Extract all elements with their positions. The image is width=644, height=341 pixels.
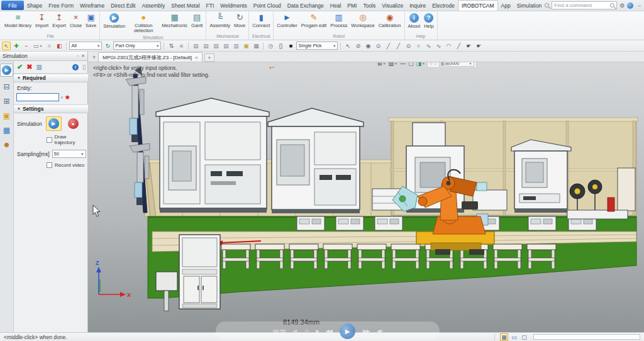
tab-pin-icon[interactable]: + — [90, 54, 98, 62]
window-select-icon[interactable]: ▭▼ — [32, 42, 43, 50]
gear-icon[interactable]: ⚙ — [619, 3, 625, 9]
document-tab[interactable]: MPGI-2301完成2程序修改.Z3 - [Default] × — [98, 52, 203, 62]
player-stop-icon[interactable]: ■ — [316, 328, 318, 334]
menu-tab-shape[interactable]: Shape — [24, 0, 46, 11]
menu-tab-pmi[interactable]: PMI — [344, 0, 360, 11]
simulation-play-button[interactable]: ▶Simulation — [101, 12, 127, 30]
filter-line-2-icon[interactable]: ╱ — [394, 42, 402, 50]
menu-tab-heal[interactable]: Heal — [327, 0, 344, 11]
menu-tab-weldments[interactable]: Weldments — [217, 0, 250, 11]
view-state-2-icon[interactable]: ▤ — [201, 42, 210, 50]
color-filter-icon[interactable]: ◧ — [55, 42, 64, 50]
cnc-machine-1[interactable] — [156, 98, 269, 213]
move-button[interactable]: ↻Move — [232, 12, 247, 29]
menu-tab-app[interactable]: App — [498, 0, 514, 11]
expand-chevron-icon[interactable]: » — [59, 96, 65, 98]
add-entity-icon[interactable]: ✚ — [12, 42, 21, 50]
filter-ring-icon[interactable]: ○ — [414, 42, 423, 50]
apply-button[interactable]: ▥ — [36, 64, 42, 70]
window-mode-icon[interactable]: ▢ — [520, 333, 528, 341]
save-button[interactable]: ▣Save — [84, 12, 98, 29]
player-volume-icon[interactable]: ◀)) — [377, 328, 382, 334]
last-pick-icon[interactable]: ↖ — [343, 42, 352, 50]
new-tab-button[interactable]: + — [204, 53, 214, 62]
filter-circle-icon[interactable]: ⊙ — [404, 42, 413, 50]
viewport[interactable]: Z X 8149.34mm + MPGI-2301完成2程序修改.Z3 - [D… — [88, 52, 644, 332]
workspace-button[interactable]: ◎Workspace — [349, 12, 376, 29]
gantt-button[interactable]: ▤Gantt — [189, 12, 204, 29]
menu-tab-irobotcam[interactable]: IROBOTCAM — [458, 0, 497, 11]
about-button[interactable]: iAbout — [406, 12, 423, 30]
player-rewind-icon[interactable]: ◀◀ — [326, 328, 332, 334]
menu-tab-tools[interactable]: Tools — [360, 0, 379, 11]
block-icon[interactable]: ■ — [286, 42, 295, 50]
menu-tab-point-cloud[interactable]: Point Cloud — [250, 0, 284, 11]
record-video-checkbox[interactable] — [47, 162, 52, 168]
menu-tab-assembly[interactable]: Assembly — [138, 0, 168, 11]
minimize-button[interactable]: – — [636, 3, 642, 8]
filter-curve-2-icon[interactable]: ∿ — [434, 42, 443, 50]
filter-axis-icon[interactable]: ╱ — [454, 42, 463, 50]
menu-tab-free-form[interactable]: Free Form — [45, 0, 77, 11]
menu-tab-inquire[interactable]: Inquire — [406, 0, 429, 11]
panel-close-icon[interactable]: ✕ — [81, 53, 85, 59]
user-account-icon[interactable] — [627, 3, 633, 9]
assembly-button[interactable]: ╚Assembly — [208, 12, 232, 29]
collision-detection-button[interactable]: ●Collision detection — [127, 12, 160, 35]
pick-feature-icon[interactable]: ◉ — [364, 42, 372, 50]
simulation-play-button[interactable]: ▶ — [46, 116, 62, 131]
draw-trajectory-checkbox[interactable] — [47, 137, 52, 143]
help-button[interactable]: ?Help — [422, 12, 435, 30]
file-menu-button[interactable]: File — [1, 1, 24, 10]
menu-tab-visualize[interactable]: Visualize — [379, 0, 406, 11]
command-search-box[interactable]: Find a command — [552, 1, 617, 9]
user-manager-tab[interactable]: ☻ — [3, 140, 11, 149]
controller-button[interactable]: ►Controller — [275, 12, 299, 29]
export-button[interactable]: ↥Export — [50, 12, 68, 29]
view-state-4-icon[interactable]: ▤ — [221, 42, 230, 50]
ok-button[interactable]: ✔ — [17, 63, 23, 71]
resource-library-tab[interactable]: ▣ — [3, 111, 10, 120]
filter-curve-1-icon[interactable]: ∿ — [424, 42, 433, 50]
required-section-header[interactable]: ▼ Required — [14, 74, 89, 82]
menu-tab-direct-edit[interactable]: Direct Edit — [108, 0, 138, 11]
remove-entity-icon[interactable]: − — [22, 42, 31, 50]
history-icon[interactable]: ◷ — [266, 42, 275, 50]
sampling-combo[interactable]: 50 ▼ — [52, 150, 86, 158]
player-timer-icon[interactable]: ◷ — [304, 328, 308, 334]
menu-tab-wireframe[interactable]: Wireframe — [77, 0, 108, 11]
lasso-select-icon[interactable]: ○ — [45, 42, 53, 50]
visualization-tab[interactable]: ▦ — [3, 126, 10, 135]
copy-view-icon[interactable]: ▥ — [231, 42, 240, 50]
player-play-icon[interactable]: ▶ — [340, 323, 355, 339]
pick-hand-1-icon[interactable]: ☛ — [464, 42, 473, 50]
undo-input-icon[interactable]: ↩ — [269, 64, 274, 71]
close-doc-button[interactable]: ×Close — [68, 12, 84, 29]
pick-mode-combo[interactable]: Single Pick▼ — [296, 42, 338, 50]
display-mode-combo[interactable]: Part Only▼ — [113, 42, 161, 50]
assembly-tree-tab[interactable]: ⊟ — [3, 82, 9, 91]
auto-regen-icon[interactable]: ↻ — [103, 42, 112, 50]
program-edit-button[interactable]: ✎Progam edit — [299, 12, 328, 29]
folder-icon[interactable]: ▣ — [242, 42, 250, 50]
storage-cabinet[interactable] — [179, 235, 220, 309]
doc-icon[interactable]: ▯ — [82, 64, 86, 70]
pick-arrow-icon[interactable]: ↖ — [2, 42, 11, 50]
import-button[interactable]: ↧Import — [33, 12, 50, 29]
entity-input[interactable] — [16, 93, 59, 101]
menu-tab-data-exchange[interactable]: Data Exchange — [284, 0, 327, 11]
settings-section-header[interactable]: ▼ Settings — [14, 104, 89, 113]
sort-down-icon[interactable]: ≡ — [177, 42, 186, 50]
cancel-button[interactable]: ✖ — [26, 63, 32, 71]
info-icon[interactable]: i — [72, 64, 79, 70]
mechatronic-button[interactable]: ▦Mechatronic — [160, 12, 189, 29]
player-forward-icon[interactable]: ▶▶ — [363, 328, 369, 334]
view-state-3-icon[interactable]: ▤ — [211, 42, 220, 50]
braces-icon[interactable]: {} — [276, 42, 285, 50]
connection-manager-tab[interactable]: ⊞ — [3, 97, 9, 106]
tab-close-icon[interactable]: × — [195, 55, 198, 60]
calibration-button[interactable]: ◉Calibration — [377, 12, 403, 29]
simulation-manager-tab[interactable]: ▶ — [0, 64, 13, 77]
entity-filter-combo[interactable]: All▼ — [69, 42, 102, 50]
menu-tab-fti[interactable]: FTI — [203, 0, 218, 11]
